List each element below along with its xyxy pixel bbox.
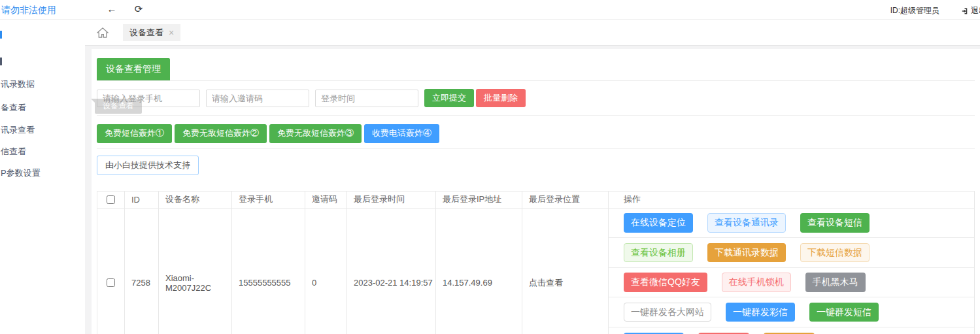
top-bar: 请勿非法使用 ← ⟳ ID:超级管理员 退出 (0, 0, 980, 20)
cell-device-name: Xiaomi-M2007J22C (159, 209, 232, 334)
header-last-login-ip: 最后登录IP地址 (436, 192, 522, 209)
brand-text: 请勿非法使用 (1, 5, 56, 16)
action-line: 查看微信QQ好友 在线手机锁机 手机黑木马 (609, 268, 974, 298)
sidebar: 讯录数据 备查看 讯录查看 信查看 P参数设置 (0, 20, 85, 334)
sidebar-item-fragment[interactable] (0, 58, 2, 65)
sidebar-item-app-params[interactable]: P参数设置 (1, 167, 41, 179)
module-tab-device-view-manage[interactable]: 设备查看管理 (97, 58, 170, 80)
table-header-row: ID 设备名称 登录手机 邀请码 最后登录时间 最后登录IP地址 最后登录位置 … (97, 192, 975, 209)
download-contacts-button[interactable]: 下载通讯录数据 (707, 243, 786, 262)
refresh-icon[interactable]: ⟳ (132, 3, 145, 15)
close-icon[interactable]: × (169, 27, 174, 38)
cell-last-login-location[interactable]: 点击查看 (522, 209, 609, 334)
tech-support-button[interactable]: 由小白技提供技术支持 (97, 156, 199, 175)
free-sms-bomb-2-button[interactable]: 免费无敌短信轰炸② (175, 124, 267, 142)
batch-delete-button[interactable]: 批量删除 (476, 89, 526, 107)
action-line: 清空通讯录 清空短信 清空所有 (609, 327, 974, 334)
free-sms-bomb-1-button[interactable]: 免费短信轰炸① (97, 124, 172, 142)
action-line: 一键群发各大网站 一键群发彩信 一键群发短信 (609, 297, 974, 327)
content-panel: 设备查看 设备查看管理 立即提交 批量删除 免费短信轰炸① (92, 49, 980, 334)
logout-button[interactable]: 退出 (962, 5, 980, 16)
logout-icon (962, 7, 970, 15)
bomb-button-row: 免费短信轰炸① 免费无敌短信轰炸② 免费无敌短信轰炸③ 收费电话轰炸④ (97, 124, 975, 142)
user-id-label: ID:超级管理员 (890, 5, 939, 16)
content-area: 设备查看 设备查看管理 立即提交 批量删除 免费短信轰炸① (85, 46, 980, 334)
header-login-phone: 登录手机 (232, 192, 305, 209)
select-all-checkbox[interactable] (107, 195, 115, 204)
action-line: 查看设备相册 下载通讯录数据 下载短信数据 (609, 238, 974, 268)
mass-send-sms-button[interactable]: 一键群发短信 (809, 303, 879, 322)
sidebar-item-device-view[interactable]: 备查看 (1, 102, 26, 114)
download-sms-button[interactable]: 下载短信数据 (800, 243, 870, 262)
action-line: 在线设备定位 查看设备通讯录 查看设备短信 (609, 209, 974, 239)
free-sms-bomb-3-button[interactable]: 免费无敌短信轰炸③ (269, 124, 362, 142)
sidebar-item-contacts-view[interactable]: 讯录查看 (1, 124, 35, 136)
cell-actions: 在线设备定位 查看设备通讯录 查看设备短信 查看设备相册 下载通讯录数据 下载短… (609, 209, 975, 334)
divider (97, 115, 975, 116)
logout-label: 退出 (971, 5, 980, 16)
view-photos-button[interactable]: 查看设备相册 (624, 243, 693, 262)
header-actions: 操作 (609, 192, 975, 209)
lock-phone-button[interactable]: 在线手机锁机 (722, 273, 791, 292)
filter-row: 立即提交 批量删除 (97, 89, 975, 107)
cell-id: 7258 (125, 209, 159, 334)
app-layout: 讯录数据 备查看 讯录查看 信查看 P参数设置 设备查看 × 设备查看 设备查看… (0, 20, 980, 334)
view-wechat-qq-button[interactable]: 查看微信QQ好友 (624, 273, 707, 292)
sidebar-item-contacts-data[interactable]: 讯录数据 (1, 78, 35, 90)
header-device-name: 设备名称 (159, 192, 232, 209)
back-arrow-icon[interactable]: ← (105, 3, 118, 14)
header-last-login-location: 最后登录位置 (522, 192, 609, 209)
home-icon[interactable] (93, 25, 112, 41)
header-last-login-time: 最后登录时间 (347, 192, 436, 209)
cell-last-login-ip: 14.157.49.69 (436, 209, 522, 334)
cell-invite-code: 0 (305, 209, 347, 334)
cell-login-phone: 15555555555 (232, 209, 305, 334)
sidebar-item-fragment[interactable] (0, 31, 2, 39)
login-time-input[interactable] (315, 90, 418, 107)
divider (97, 148, 975, 149)
support-row: 由小白技提供技术支持 (97, 156, 975, 175)
view-sms-button[interactable]: 查看设备短信 (800, 213, 870, 232)
submit-button[interactable]: 立即提交 (424, 89, 474, 107)
tab-device-view[interactable]: 设备查看 × (123, 24, 180, 41)
table-row: 7258 Xiaomi-M2007J22C 15555555555 0 2023… (97, 209, 975, 334)
invite-code-input[interactable] (206, 90, 309, 107)
paid-call-bomb-button[interactable]: 收费电话轰炸④ (364, 124, 439, 142)
tab-bar: 设备查看 × (85, 20, 980, 46)
login-phone-input[interactable] (97, 90, 200, 107)
locate-device-button[interactable]: 在线设备定位 (624, 213, 693, 232)
mass-post-websites-button[interactable]: 一键群发各大网站 (624, 303, 711, 322)
filter-buttons: 立即提交 批量删除 (424, 89, 526, 107)
header-invite-code: 邀请码 (305, 192, 347, 209)
cell-last-login-time: 2023-02-21 14:19:57 (347, 209, 436, 334)
main-area: 设备查看 × 设备查看 设备查看管理 立即提交 批量删除 (85, 20, 980, 334)
view-contacts-button[interactable]: 查看设备通讯录 (707, 213, 786, 232)
phone-trojan-button[interactable]: 手机黑木马 (805, 273, 866, 292)
module-tabs: 设备查看管理 (97, 54, 975, 81)
mass-send-mms-button[interactable]: 一键群发彩信 (726, 303, 795, 322)
header-id: ID (125, 192, 159, 209)
row-checkbox[interactable] (107, 278, 115, 287)
sidebar-item-sms-view[interactable]: 信查看 (1, 146, 26, 158)
tab-label: 设备查看 (129, 27, 163, 39)
device-table: ID 设备名称 登录手机 邀请码 最后登录时间 最后登录IP地址 最后登录位置 … (97, 191, 975, 334)
